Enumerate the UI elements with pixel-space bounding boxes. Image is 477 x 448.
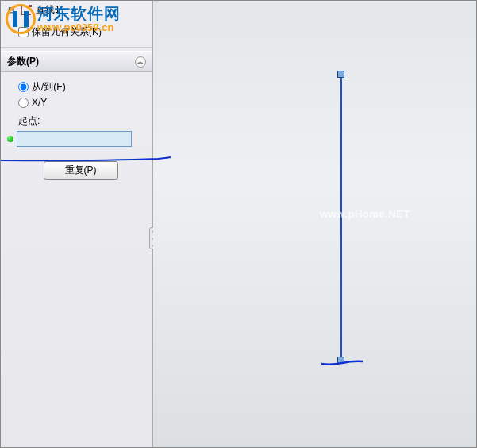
tree-item-line1[interactable]: ⊟ 直线1 <box>6 2 148 17</box>
collapse-icon: ⊟ <box>6 5 17 16</box>
radio-xy[interactable] <box>18 98 29 108</box>
graphics-viewport[interactable]: www.pHome.NET <box>153 1 476 447</box>
line-endpoint-top[interactable] <box>337 71 344 78</box>
parameters-body: 从/到(F) X/Y 起点: 重复(P) <box>1 72 152 200</box>
start-point-input-wrap <box>7 131 143 147</box>
parameters-header[interactable]: 参数(P) ︽ <box>1 51 152 72</box>
parameters-section: 参数(P) ︽ 从/到(F) X/Y 起点: 重复(P) <box>1 51 152 200</box>
sketch-line[interactable] <box>340 73 342 360</box>
radio-from-to[interactable] <box>18 82 29 92</box>
parameters-title: 参数(P) <box>7 55 39 68</box>
annotation-bottom-mark-icon <box>320 358 364 366</box>
line-sketch-icon <box>20 4 33 17</box>
point-indicator-icon <box>7 136 13 142</box>
feature-tree-section: ⊟ 直线1 保留几何关系(K) <box>1 1 152 48</box>
repeat-button-wrap: 重复(P) <box>18 147 143 194</box>
keep-relations-checkbox[interactable] <box>18 27 29 37</box>
keep-relations-row: 保留几何关系(K) <box>6 22 148 42</box>
radio-from-to-row: 从/到(F) <box>18 79 143 95</box>
app-window: ⊟ 直线1 保留几何关系(K) 参数(P) ︽ 从/到(F) <box>0 0 477 448</box>
radio-from-to-label: 从/到(F) <box>32 80 66 94</box>
radio-xy-row: X/Y <box>18 95 143 110</box>
collapse-chevron-icon[interactable]: ︽ <box>135 56 146 68</box>
tree-item-label: 直线1 <box>36 3 60 17</box>
radio-xy-label: X/Y <box>32 97 47 108</box>
property-panel: ⊟ 直线1 保留几何关系(K) 参数(P) ︽ 从/到(F) <box>1 1 153 447</box>
start-point-input[interactable] <box>17 131 132 147</box>
repeat-button[interactable]: 重复(P) <box>44 161 118 180</box>
start-point-label: 起点: <box>18 110 143 131</box>
keep-relations-label: 保留几何关系(K) <box>32 25 102 39</box>
watermark-center: www.pHome.NET <box>320 208 410 220</box>
